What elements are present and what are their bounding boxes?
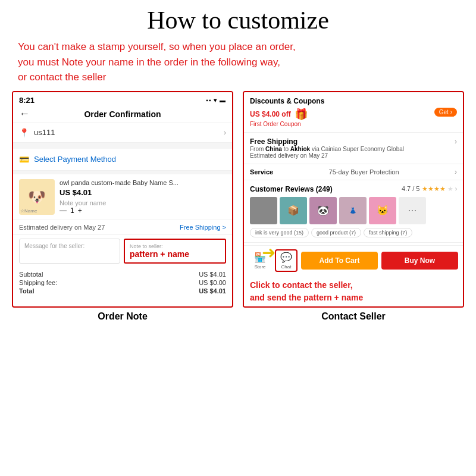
qty-plus-icon[interactable]: + [78, 206, 82, 215]
note-label: Note to seller: [130, 243, 220, 249]
discount-row: Discounts & Coupons US $4.00 off 🎁 First… [250, 97, 457, 127]
empty-star-icon: ★ [447, 185, 453, 192]
review-more-icon: ··· [399, 197, 426, 224]
left-panel-label-container: Order Note [12, 311, 233, 322]
location-icon: 📍 [19, 128, 29, 137]
reviews-header: Customer Reviews (249) 4.7 / 5 ★★★★ ★ › [250, 185, 457, 193]
discounts-section: Discounts & Coupons US $4.00 off 🎁 First… [244, 92, 463, 133]
coupon-label: First Order Coupon [250, 121, 324, 127]
free-shipping-link[interactable]: Free Shipping > [180, 224, 226, 231]
discount-amount: US $4.00 off [250, 110, 291, 118]
reviews-chevron-icon: › [455, 186, 457, 192]
address-row[interactable]: 📍 us111 › [13, 123, 232, 143]
status-icons: ▪▪ ▾ ▬ [206, 97, 226, 104]
review-image-1 [250, 197, 277, 224]
note-to-seller-box[interactable]: Note to seller: pattern + name [124, 239, 226, 264]
payment-row[interactable]: 💳 Select Payment Method [13, 149, 232, 171]
chat-icon: 💬 [280, 252, 292, 263]
totals-section: Subtotal US $4.01 Shipping fee: US $0.00… [13, 267, 232, 299]
delivery-row: Estimated delivery on May 27 Free Shippi… [13, 220, 232, 235]
store-label: Store [254, 264, 265, 270]
right-panel: Discounts & Coupons US $4.00 off 🎁 First… [243, 91, 464, 308]
click-annotation-line2: and send the [250, 293, 301, 302]
pattern-text: pattern + name [303, 293, 363, 302]
add-to-cart-button[interactable]: Add To Cart [301, 252, 378, 270]
total-value: US $4.01 [199, 287, 226, 295]
payment-icon: 💳 [19, 155, 29, 164]
buy-now-button[interactable]: Buy Now [381, 252, 458, 270]
total-label: Total [19, 287, 34, 295]
product-info: owl panda custom-made Baby Name S... US … [60, 179, 226, 215]
shipping-row: Shipping fee: US $0.00 [19, 279, 226, 286]
qty-minus-icon[interactable]: — [60, 206, 67, 215]
service-section: Service 75-day Buyer Protection › [244, 164, 463, 180]
discounts-title: Discounts & Coupons [250, 97, 324, 105]
get-coupon-button[interactable]: Get › [434, 108, 457, 117]
service-chevron-icon: › [455, 168, 457, 176]
reviews-title: Customer Reviews (249) [250, 185, 333, 193]
delivery-info: Estimated delivery on May 27 [19, 224, 105, 231]
service-value: 75-day Buyer Protection [329, 168, 399, 176]
shipping-route: From China to Akhiok via Cainiao Super E… [250, 146, 404, 152]
order-confirmation-title: Order Confirmation [84, 109, 161, 119]
reviews-section: Customer Reviews (249) 4.7 / 5 ★★★★ ★ › … [244, 180, 463, 243]
product-price: US $4.01 [60, 188, 226, 197]
review-tag-3[interactable]: fast shipping (7) [364, 228, 412, 237]
address-chevron-icon: › [224, 129, 226, 137]
page-title: How to customize [12, 6, 464, 35]
shipping-label: Shipping fee: [19, 279, 57, 286]
review-tag-2[interactable]: good product (7) [311, 228, 361, 237]
message-note-row: Message for the seller: Note to seller: … [13, 235, 232, 267]
shipping-chevron-icon: › [455, 137, 457, 146]
subtotal-label: Subtotal [19, 271, 43, 278]
gift-icon: 🎁 [295, 108, 308, 121]
review-image-3: 🐼 [309, 197, 337, 224]
shipping-value: US $0.00 [199, 279, 226, 286]
right-panel-label-container: Contact Seller [243, 311, 464, 322]
arrow-annotation-area: ➜ [244, 243, 463, 245]
reviews-rating: 4.7 / 5 ★★★★ ★ › [402, 185, 457, 193]
img-label: ☆Name [20, 208, 37, 214]
left-panel: 8:21 ▪▪ ▾ ▬ ← Order Confirmation 📍 us111… [12, 91, 233, 308]
left-panel-label: Order Note [98, 311, 148, 321]
subtotal-value: US $4.01 [199, 271, 226, 278]
right-panel-content: Discounts & Coupons US $4.00 off 🎁 First… [244, 92, 463, 306]
star-icon: ★★★★ [422, 185, 446, 192]
chat-label: Chat [281, 264, 292, 270]
review-image-4: 👗 [339, 197, 367, 224]
payment-text: Select Payment Method [34, 155, 116, 164]
qty-value: 1 [70, 206, 74, 215]
subtitle: You can't make a stamp yourself, so when… [12, 39, 464, 85]
product-image: 🐶 ☆Name [19, 179, 55, 215]
panel-labels-row: Order Note Contact Seller [12, 311, 464, 322]
review-tag-1[interactable]: ink is very good (15) [250, 228, 309, 237]
review-images: 📦 🐼 👗 🐱 ··· [250, 197, 457, 224]
chat-button[interactable]: 💬 Chat [275, 249, 298, 272]
click-annotation: Click to contact the seller, and send th… [244, 275, 463, 306]
gray-divider-1 [13, 143, 232, 149]
right-panel-label: Contact Seller [321, 311, 386, 321]
address-text: us111 [34, 128, 219, 137]
review-image-5: 🐱 [369, 197, 396, 224]
message-placeholder: Message for the seller: [24, 243, 84, 249]
review-image-2: 📦 [280, 197, 307, 224]
phone-screen: 8:21 ▪▪ ▾ ▬ ← Order Confirmation 📍 us111… [13, 92, 232, 299]
message-for-seller-box[interactable]: Message for the seller: [19, 239, 120, 264]
shipping-delivery: Estimated delivery on May 27 [250, 152, 404, 159]
shipping-title: Free Shipping [250, 137, 404, 146]
panels-row: 8:21 ▪▪ ▾ ▬ ← Order Confirmation 📍 us111… [12, 91, 464, 308]
total-row: Total US $4.01 [19, 287, 226, 295]
shipping-info: Free Shipping From China to Akhiok via C… [250, 137, 404, 159]
product-name: owl panda custom-made Baby Name S... [60, 179, 226, 186]
subtotal-row: Subtotal US $4.01 [19, 271, 226, 278]
product-row: 🐶 ☆Name owl panda custom-made Baby Name … [13, 174, 232, 220]
back-arrow-icon[interactable]: ← [19, 108, 30, 120]
review-tags: ink is very good (15) good product (7) f… [250, 228, 457, 237]
shipping-section: Free Shipping From China to Akhiok via C… [244, 133, 463, 164]
phone-header: ← Order Confirmation [13, 106, 232, 123]
click-annotation-line1: Click to contact the seller, [250, 280, 353, 290]
qty-controls: — 1 + [60, 206, 226, 215]
arrow-icon: ➜ [262, 243, 275, 262]
status-bar: 8:21 ▪▪ ▾ ▬ [13, 92, 232, 106]
status-time: 8:21 [19, 96, 35, 105]
